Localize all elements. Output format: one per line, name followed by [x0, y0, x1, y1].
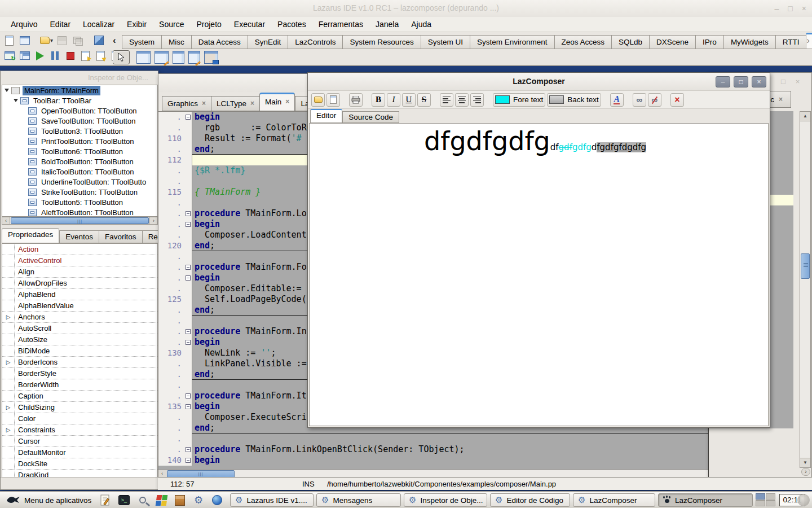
tree-item-toolbutton6[interactable]: ToolButton6: TToolButton [2, 146, 157, 156]
palette-tab-system-environment[interactable]: System Environment [470, 35, 554, 49]
tree-item-toolbutton3[interactable]: ToolButton3: TToolButton [2, 126, 157, 136]
terminal-launcher[interactable]: >_ [117, 493, 131, 507]
tree-item-opentoolbutton[interactable]: OpenToolButton: TToolButton [2, 106, 157, 116]
taskbar-button-lazcomposer-4[interactable]: ⚙LazComposer [573, 493, 655, 507]
vertical-scrollbar[interactable]: ▲ ▼ [800, 111, 811, 468]
tray-swirl-icon[interactable] [797, 494, 810, 506]
settings-launcher[interactable]: ⚙ [192, 493, 205, 507]
file-tab-lcltype[interactable]: LCLType× [211, 96, 259, 111]
tree-item-printtoolbutton[interactable]: PrintToolButton: TToolButton [2, 136, 157, 146]
expand-icon[interactable]: ▷ [2, 424, 15, 435]
save-button[interactable] [55, 34, 68, 47]
tree-item-striketoolbutton[interactable]: StrikeToolButton: TToolButton [2, 187, 157, 197]
component-icon-webview[interactable] [173, 51, 184, 64]
palette-tab-lazcontrols[interactable]: LazControls [288, 35, 342, 49]
component-icon-composer[interactable] [136, 51, 151, 64]
component-icon-html-tool[interactable] [204, 51, 218, 64]
step-over-button[interactable] [94, 49, 107, 62]
menu-pacotes[interactable]: Pacotes [271, 18, 312, 30]
tree-item-italictoolbutton[interactable]: ItalicToolButton: TToolButton [2, 167, 157, 177]
taskbar-button-mensagens-1[interactable]: ⚙Mensagens [316, 493, 401, 507]
inspector-tab-favoritos[interactable]: Favoritos [99, 230, 142, 243]
close-icon[interactable]: × [796, 77, 800, 86]
fold-collapse-icon[interactable] [186, 393, 191, 398]
palette-scroll-left-icon[interactable]: ‹ [113, 35, 116, 46]
palette-tab-system-resources[interactable]: System Resources [342, 35, 420, 49]
fold-collapse-icon[interactable] [186, 115, 191, 120]
fold-collapse-icon[interactable] [186, 404, 191, 409]
fold-collapse-icon[interactable] [186, 447, 191, 452]
maximize-icon[interactable]: □ [788, 3, 792, 14]
align-right-button[interactable] [470, 93, 484, 107]
scroll-down-icon[interactable]: ▼ [800, 458, 810, 467]
property-row-caption[interactable]: Caption [2, 391, 157, 402]
workspace-1[interactable] [756, 493, 765, 500]
fold-collapse-icon[interactable] [186, 329, 191, 334]
minimize-icon[interactable]: – [775, 3, 779, 14]
palette-tab-mywidgets[interactable]: MyWidgets [723, 35, 775, 49]
expand-icon[interactable]: ▷ [2, 402, 15, 413]
menu-exibir[interactable]: Exibir [121, 18, 153, 30]
scrollbar-thumb[interactable] [801, 253, 810, 279]
close-icon[interactable]: × [752, 76, 766, 87]
property-row-autosize[interactable]: AutoSize [2, 334, 157, 345]
save-all-button[interactable] [70, 34, 83, 47]
property-row-docksite[interactable]: DockSite [2, 458, 157, 470]
close-tab-icon[interactable]: × [202, 99, 206, 111]
menu-localizar[interactable]: Localizar [77, 18, 121, 30]
palette-scroll-right-icon[interactable]: › [806, 35, 810, 46]
menu-source[interactable]: Source [153, 18, 190, 30]
lazcomposer-editor-area[interactable]: dfgdfgdfgdfgdfgdfgdfgdfgfdgdfg [309, 123, 769, 426]
fold-collapse-icon[interactable] [186, 222, 191, 227]
component-icon-composer-edit[interactable] [155, 51, 169, 64]
fold-collapse-icon[interactable] [186, 458, 191, 463]
save-button[interactable] [326, 93, 340, 107]
taskbar-button-lazcomposer-5[interactable]: LazComposer [658, 493, 753, 507]
step-into-button[interactable] [79, 49, 92, 62]
strikethrough-button[interactable]: S [417, 93, 431, 107]
font-button[interactable]: A [610, 93, 624, 107]
fold-collapse-icon[interactable] [186, 275, 191, 281]
palette-tab-ipro[interactable]: IPro [695, 35, 723, 49]
tree-item-underlinetoolbutton[interactable]: UnderlineToolButton: TToolButto [2, 177, 157, 187]
run-button[interactable] [33, 49, 46, 62]
align-center-button[interactable] [455, 93, 469, 107]
inspector-tab-eventos[interactable]: Eventos [59, 230, 99, 243]
palette-tab-rtti[interactable]: RTTI [775, 35, 806, 49]
inspector-tab-propriedades[interactable]: Propriedades [2, 228, 59, 243]
tree-item-boldtoolbutton[interactable]: BoldToolButton: TToolButton [2, 156, 157, 167]
view-units-button[interactable]: ↻ [3, 49, 16, 62]
menu-ferramentas[interactable]: Ferramentas [312, 18, 369, 30]
palette-tab-dxscene[interactable]: DXScene [649, 35, 695, 49]
scroll-right-icon[interactable]: › [801, 468, 810, 476]
tree-item-savetoolbutton[interactable]: SaveToolButton: TToolButton [2, 116, 157, 126]
bold-button[interactable]: B [372, 93, 385, 107]
close-tab-icon[interactable]: × [285, 98, 289, 111]
workspace-4[interactable] [766, 500, 775, 506]
property-row-bidimode[interactable]: BiDiMode [2, 345, 157, 357]
property-row-constraints[interactable]: ▷Constraints [2, 424, 157, 436]
workspace-3[interactable] [756, 500, 765, 506]
property-row-childsizing[interactable]: ▷ChildSizing [2, 402, 157, 413]
open-dropdown-icon[interactable]: ▾ [50, 37, 53, 43]
close-tab-icon[interactable]: × [779, 95, 783, 103]
expand-icon[interactable]: ▷ [2, 312, 15, 322]
taskbar-button-lazarus-ide-v1-0[interactable]: ⚙Lazarus IDE v1.... [230, 493, 314, 507]
property-row-cursor[interactable]: Cursor [2, 436, 157, 447]
collapse-arrow-icon[interactable] [5, 89, 9, 92]
property-row-defaultmonitor[interactable]: DefaultMonitor [2, 447, 157, 458]
palette-tab-data-access[interactable]: Data Access [191, 35, 248, 49]
property-row-allowdropfiles[interactable]: AllowDropFiles [2, 278, 157, 289]
taskbar-button-editor-de-c-digo-3[interactable]: ⚙Editor de Código [490, 493, 570, 507]
composer-tab-editor[interactable]: Editor [310, 109, 342, 123]
palette-tab-sqldb[interactable]: SQLdb [611, 35, 649, 49]
tree-item-toolbar[interactable]: ToolBar: TToolBar [2, 95, 157, 106]
search-launcher[interactable] [136, 493, 149, 507]
property-row-activecontrol[interactable]: ActiveControl [2, 255, 157, 266]
palette-tab-synedit[interactable]: SynEdit [248, 35, 288, 49]
menu-ajuda[interactable]: Ajuda [405, 18, 438, 30]
palette-tab-zeos-access[interactable]: Zeos Access [554, 35, 612, 49]
file-manager-launcher[interactable] [173, 493, 187, 507]
workspace-pager[interactable] [756, 493, 776, 507]
palette-tab-system-ui[interactable]: System UI [421, 35, 470, 49]
